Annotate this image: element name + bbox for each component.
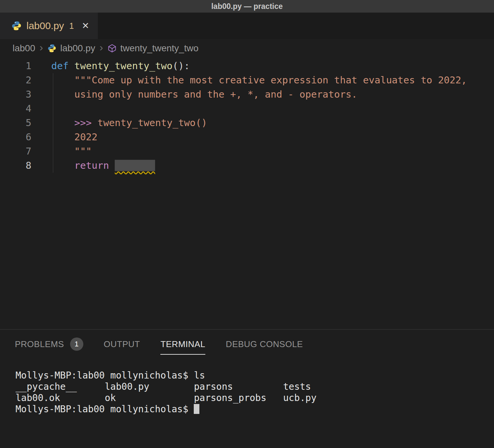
indent-guide (53, 73, 53, 173)
terminal-line: lab00.ok ok parsons_probs ucb.py (16, 392, 494, 404)
line-number-active[interactable]: 8 (0, 158, 31, 173)
punctuation: (): (173, 60, 190, 71)
missing-expression-warning[interactable] (115, 160, 155, 171)
terminal-line: __pycache__ lab00.py parsons tests (16, 381, 494, 392)
window-title: lab00.py — practice (211, 2, 283, 11)
tab-output[interactable]: OUTPUT (104, 339, 140, 355)
tab-terminal-label: TERMINAL (160, 339, 205, 349)
tab-terminal[interactable]: TERMINAL (160, 339, 205, 355)
tab-output-label: OUTPUT (104, 339, 140, 349)
chevron-right-icon: › (99, 41, 104, 56)
panel-tab-bar: PROBLEMS 1 OUTPUT TERMINAL DEBUG CONSOLE (0, 330, 494, 356)
window-titlebar: lab00.py — practice (0, 0, 494, 13)
terminal-line: Mollys-MBP:lab00 mollynicholas$ ls (16, 370, 494, 381)
close-icon[interactable]: ✕ (82, 21, 89, 31)
doctest-call: twenty_twenty_two() (92, 117, 207, 128)
keyword-return: return (74, 160, 115, 171)
bottom-panel: PROBLEMS 1 OUTPUT TERMINAL DEBUG CONSOLE… (0, 329, 494, 448)
vscode-window: lab00.py — practice lab00.py 1 ✕ lab00 › (0, 0, 494, 448)
code-editor[interactable]: 1 def twenty_twenty_two(): 2 """Come up … (0, 58, 494, 329)
line-number[interactable]: 2 (0, 73, 31, 87)
tab-debug-console[interactable]: DEBUG CONSOLE (226, 339, 303, 355)
tab-problems-label: PROBLEMS (15, 339, 64, 349)
tab-debug-console-label: DEBUG CONSOLE (226, 339, 303, 349)
code-line[interactable]: 2 """Come up with the most creative expr… (0, 73, 494, 87)
code-line[interactable]: 6 2022 (0, 130, 494, 144)
terminal-prompt-line: Mollys-MBP:lab00 mollynicholas$ (16, 404, 494, 415)
tab-problem-count: 1 (69, 21, 74, 31)
code-line[interactable]: 7 """ (0, 144, 494, 158)
line-number[interactable]: 3 (0, 87, 31, 102)
python-icon (11, 21, 22, 31)
doctest-expected: 2022 (51, 131, 98, 143)
editor-tab-bar: lab00.py 1 ✕ (0, 13, 494, 39)
breadcrumb-folder[interactable]: lab00 (13, 43, 35, 54)
breadcrumb-symbol[interactable]: twenty_twenty_two (120, 43, 199, 54)
chevron-right-icon: › (39, 41, 44, 56)
symbol-cube-icon (107, 44, 117, 53)
breadcrumb-file[interactable]: lab00.py (60, 43, 95, 54)
terminal-cursor (194, 404, 199, 414)
docstring-text: """Come up with the most creative expres… (51, 74, 467, 86)
breadcrumb: lab00 › lab00.py › twenty_twenty_two (0, 39, 494, 58)
code-line[interactable]: 5 >>> twenty_twenty_two() (0, 116, 494, 130)
tab-problems[interactable]: PROBLEMS 1 (15, 337, 83, 356)
indent (51, 160, 74, 171)
code-line[interactable]: 1 def twenty_twenty_two(): (0, 59, 494, 73)
line-number[interactable]: 6 (0, 130, 31, 144)
keyword-def: def (51, 60, 74, 71)
tab-lab00-py[interactable]: lab00.py 1 ✕ (0, 13, 98, 39)
tab-label: lab00.py (26, 20, 64, 31)
python-icon (47, 44, 57, 53)
docstring-text: using only numbers and the +, *, and - o… (51, 89, 357, 100)
terminal-prompt: Mollys-MBP:lab00 mollynicholas$ (16, 404, 194, 415)
function-name: twenty_twenty_two (74, 60, 173, 71)
code-line[interactable]: 4 (0, 102, 494, 116)
line-number[interactable]: 7 (0, 144, 31, 158)
indent (51, 117, 74, 128)
docstring-close: """ (51, 146, 92, 157)
doctest-prompt: >>> (74, 117, 92, 128)
terminal[interactable]: Mollys-MBP:lab00 mollynicholas$ ls __pyc… (0, 356, 494, 415)
code-line[interactable]: 3 using only numbers and the +, *, and -… (0, 87, 494, 102)
problems-count-badge: 1 (70, 337, 83, 351)
code-line[interactable]: 8 return (0, 158, 494, 173)
line-number[interactable]: 1 (0, 59, 31, 73)
line-number[interactable]: 5 (0, 116, 31, 130)
line-number[interactable]: 4 (0, 102, 31, 116)
